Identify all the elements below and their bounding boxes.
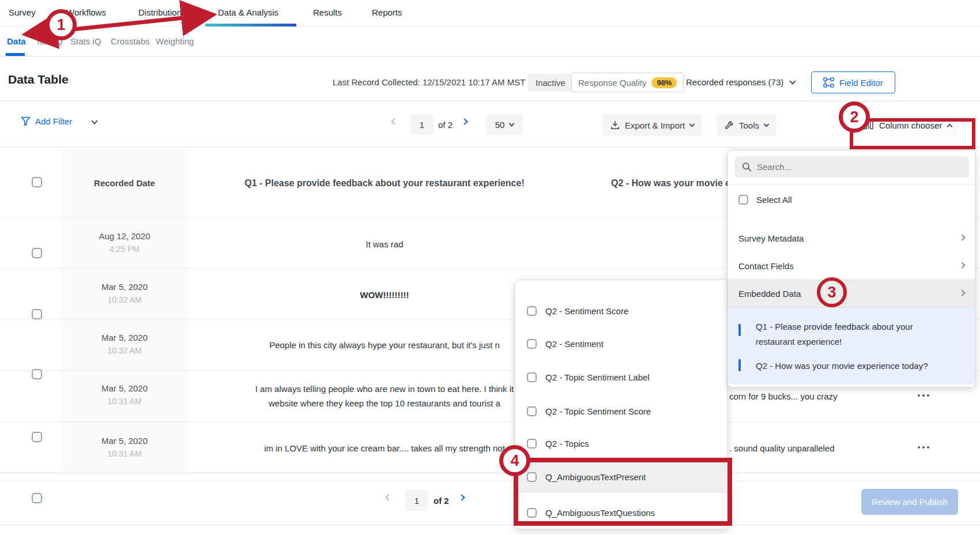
export-import-label: Export & Import xyxy=(625,120,685,130)
export-import-button[interactable]: Export & Import xyxy=(602,114,702,136)
item-checkbox[interactable] xyxy=(527,306,537,316)
row-date-cell: Mar 5, 2020 10:32 AM xyxy=(61,333,189,355)
chevron-right-icon xyxy=(959,289,965,296)
column-header-q1[interactable]: Q1 - Please provide feedback about your … xyxy=(189,178,581,189)
item-checkbox[interactable] xyxy=(527,439,537,449)
item-checkbox[interactable] xyxy=(738,359,741,371)
search-box[interactable] xyxy=(735,156,969,178)
recorded-responses-label: Recorded responses (73) xyxy=(686,77,783,87)
recorded-time: 4:25 PM xyxy=(61,244,189,254)
row-date-cell: Mar 5, 2020 10:31 AM xyxy=(61,383,189,406)
date-column-background xyxy=(61,150,189,473)
row-checkbox[interactable] xyxy=(32,248,42,258)
response-quality-label: Response Quality xyxy=(578,78,646,88)
select-all-label: Select All xyxy=(756,195,792,205)
add-filter-chevron-icon[interactable] xyxy=(91,118,97,124)
column-header-date[interactable]: Recorded Date xyxy=(61,178,189,188)
item-label: Q2 - Topic Sentiment Score xyxy=(545,406,651,416)
download-icon xyxy=(610,120,620,130)
row-checkbox[interactable] xyxy=(32,369,42,379)
item-checkbox[interactable] xyxy=(527,406,537,416)
wrench-icon xyxy=(725,120,734,130)
chevron-down-icon xyxy=(764,121,770,127)
tools-button[interactable]: Tools xyxy=(717,114,777,136)
select-all-item[interactable]: Select All xyxy=(728,186,975,213)
page-title: Data Table xyxy=(8,73,69,86)
group-contact-fields[interactable]: Contact Fields xyxy=(728,253,975,279)
selected-column-item[interactable]: Q2 - How was your movie experience today… xyxy=(728,361,975,371)
item-checkbox[interactable] xyxy=(738,324,741,336)
search-input[interactable] xyxy=(757,156,962,178)
response-quality-button[interactable]: Response Quality 98% xyxy=(571,73,684,92)
recorded-date: Mar 5, 2020 xyxy=(61,333,189,342)
q2-response-cell[interactable]: . sound quality unparalleled xyxy=(729,443,835,453)
annotation-arrow-1 xyxy=(0,0,242,52)
row-date-cell: Aug 12, 2020 4:25 PM xyxy=(61,231,189,254)
page-size-dropdown[interactable]: 50 xyxy=(486,114,523,135)
active-subtab-underline xyxy=(6,53,25,56)
chevron-down-icon xyxy=(509,120,515,126)
item-checkbox[interactable] xyxy=(527,339,537,349)
page-header: Data Table Last Record Collected: 12/15/… xyxy=(0,56,980,101)
annotation-step-4: 4 xyxy=(499,445,530,476)
footer-prev-page-icon[interactable] xyxy=(385,494,391,500)
prev-page-icon[interactable] xyxy=(391,118,397,125)
annotation-box-ambiguous-fields xyxy=(514,458,732,526)
recorded-time: 10:31 AM xyxy=(61,397,189,406)
chevron-right-icon xyxy=(959,262,965,268)
selected-column-item[interactable]: Q1 - Please provide feedback about your … xyxy=(728,319,975,330)
row-checkbox[interactable] xyxy=(32,309,42,319)
recorded-date: Mar 5, 2020 xyxy=(61,383,189,393)
annotation-step-1: 1 xyxy=(46,9,77,40)
add-filter-button[interactable]: Add Filter xyxy=(21,116,72,126)
menu-item[interactable]: Q2 - Topic Sentiment Label xyxy=(515,363,727,391)
menu-item[interactable]: Q2 - Sentiment xyxy=(515,329,727,358)
footer-next-page-icon[interactable] xyxy=(458,494,465,500)
group-embedded-data[interactable]: Embedded Data xyxy=(728,280,975,308)
menu-item[interactable]: Q2 - Topic Sentiment Score xyxy=(515,397,727,425)
group-label: Survey Metadata xyxy=(738,233,804,243)
q2-response-cell[interactable]: corn for 9 bucks... you crazy xyxy=(729,391,838,401)
item-checkbox[interactable] xyxy=(527,372,537,382)
page-size-value: 50 xyxy=(495,120,505,130)
annotation-step-3: 3 xyxy=(817,277,847,307)
row-divider xyxy=(0,422,980,423)
group-survey-metadata[interactable]: Survey Metadata xyxy=(728,225,975,251)
recorded-responses-dropdown[interactable]: Recorded responses (73) xyxy=(686,77,795,87)
menu-item[interactable]: Q2 - Topics xyxy=(515,429,727,458)
page-of-label: of 2 xyxy=(438,120,453,130)
tab-reports[interactable]: Reports xyxy=(372,7,402,17)
row-date-cell: Mar 5, 2020 10:31 AM xyxy=(61,436,189,458)
recorded-date: Aug 12, 2020 xyxy=(61,231,189,241)
panel-divider xyxy=(728,184,975,184)
table-toolbar: Add Filter 1 of 2 50 Export & Import xyxy=(0,101,980,148)
field-editor-button[interactable]: Field Editor xyxy=(811,71,895,93)
recorded-date: Mar 5, 2020 xyxy=(61,436,189,446)
tools-label: Tools xyxy=(739,120,759,130)
row-date-cell: Mar 5, 2020 10:32 AM xyxy=(61,282,189,304)
select-all-checkbox[interactable] xyxy=(738,195,748,205)
footer-page-of-label: of 2 xyxy=(434,496,449,506)
row-checkbox[interactable] xyxy=(32,493,42,503)
item-label: Q1 - Please provide feedback about your … xyxy=(756,319,952,349)
item-label: Q2 - Sentiment Score xyxy=(545,306,628,316)
annotation-step-2: 2 xyxy=(839,101,870,133)
search-icon xyxy=(742,162,752,172)
footer-current-page-box[interactable]: 1 xyxy=(405,490,428,511)
next-page-icon[interactable] xyxy=(461,118,468,125)
response-quality-value: 98% xyxy=(651,77,677,88)
current-page-box[interactable]: 1 xyxy=(410,114,434,135)
menu-item[interactable]: Q2 - Sentiment Score xyxy=(515,296,727,325)
chevron-down-icon xyxy=(689,121,695,127)
item-label: Q2 - Topic Sentiment Label xyxy=(545,372,650,382)
recorded-time: 10:32 AM xyxy=(61,295,189,304)
select-all-rows-checkbox[interactable] xyxy=(32,177,42,187)
tab-results[interactable]: Results xyxy=(313,7,342,17)
row-actions-icon[interactable] xyxy=(918,394,929,397)
row-actions-icon[interactable] xyxy=(918,446,929,449)
app-window: Survey Workflows Distributions Data & An… xyxy=(0,0,980,535)
row-checkbox[interactable] xyxy=(32,432,42,442)
q1-response-cell[interactable]: It was rad xyxy=(189,239,581,249)
review-and-publish-button[interactable]: Review and Publish xyxy=(861,489,958,515)
last-record-collected: Last Record Collected: 12/15/2021 10:17 … xyxy=(333,77,525,87)
